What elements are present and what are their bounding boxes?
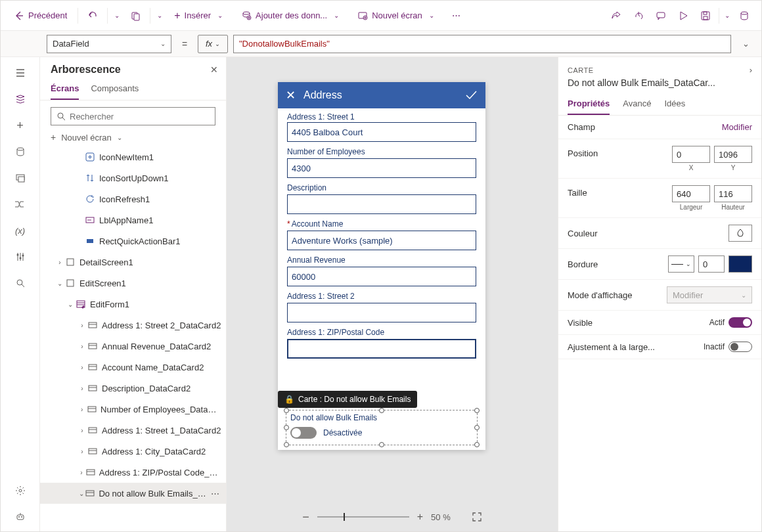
tree-item-label: EditForm1 — [90, 299, 129, 309]
search-input[interactable] — [70, 112, 210, 122]
tab-properties[interactable]: Propriétés — [568, 93, 610, 115]
tree-item[interactable]: ›Address 1: Street 2_DataCard2 — [40, 315, 226, 336]
undo-chevron[interactable]: ⌄ — [112, 9, 122, 22]
rev-input[interactable] — [287, 267, 476, 286]
border-color-picker[interactable] — [728, 255, 752, 273]
sort-icon — [85, 173, 95, 183]
tree-panel: Arborescence ✕ Écrans Composants + Nouve… — [40, 57, 227, 531]
tree-item[interactable]: ›Address 1: Street 1_DataCard2 — [40, 420, 226, 441]
zip-input[interactable] — [287, 339, 476, 359]
tree-search[interactable] — [51, 107, 215, 125]
acct-input[interactable] — [287, 231, 476, 250]
edit-field-link[interactable]: Modifier — [722, 122, 752, 132]
tree-item[interactable]: ›Address 1: City_DataCard2 — [40, 441, 226, 462]
tree-list: IconNewItem1IconSortUpDown1IconRefresh1L… — [40, 146, 226, 531]
tree-item[interactable]: IconNewItem1 — [40, 146, 226, 167]
plus-icon — [85, 152, 95, 162]
insert-rail-icon[interactable]: + — [9, 114, 32, 137]
street2-input[interactable] — [287, 303, 476, 322]
tree-item[interactable]: ›DetailScreen1 — [40, 252, 226, 273]
properties-panel: CARTE › Do not allow Bulk Emails_DataCar… — [558, 57, 761, 531]
street1-input[interactable] — [287, 122, 476, 142]
tree-item[interactable]: RectQuickActionBar1 — [40, 231, 226, 252]
checker-icon[interactable] — [628, 5, 649, 26]
card-tooltip: 🔒 Carte : Do not allow Bulk Emails — [278, 391, 417, 408]
svg-rect-9 — [704, 12, 707, 14]
data-rail-icon[interactable] — [9, 140, 32, 164]
publish-icon[interactable] — [734, 5, 755, 26]
pos-x-input[interactable]: 0 — [672, 146, 710, 163]
selected-card[interactable]: Do not allow Bulk Emails Désactivée — [286, 410, 478, 445]
play-icon[interactable] — [673, 5, 694, 26]
accept-icon[interactable] — [464, 89, 478, 102]
tree-item[interactable]: ›Number of Employees_DataCard2 — [40, 399, 226, 420]
tree-item[interactable]: ›Description_DataCard2 — [40, 378, 226, 399]
toggle-control[interactable] — [290, 427, 317, 439]
numemp-input[interactable] — [287, 158, 476, 178]
prop-row-position: Position 0X 1096Y — [558, 139, 761, 179]
insert-button[interactable]: + Insérer ⌄ — [168, 5, 232, 26]
save-chevron[interactable]: ⌄ — [722, 9, 732, 22]
equals-label: = — [177, 39, 192, 49]
border-width-input[interactable]: 0 — [698, 255, 725, 273]
more-icon[interactable]: ⋯ — [208, 489, 222, 499]
svg-rect-34 — [89, 428, 97, 433]
share-icon[interactable] — [606, 5, 627, 26]
tab-components[interactable]: Composants — [91, 78, 139, 100]
fx-button[interactable]: fx ⌄ — [198, 35, 228, 53]
pos-y-input[interactable]: 1096 — [714, 146, 752, 163]
settings-rail-icon[interactable] — [9, 479, 32, 502]
color-picker[interactable] — [728, 225, 752, 242]
tab-ideas[interactable]: Idées — [664, 93, 685, 115]
tree-item[interactable]: ›Annual Revenue_DataCard2 — [40, 336, 226, 357]
media-rail-icon[interactable] — [9, 166, 32, 190]
new-screen-button[interactable]: Nouvel écran ⌄ — [351, 5, 443, 26]
search-rail-icon[interactable] — [9, 271, 32, 295]
tree-item[interactable]: ›Account Name_DataCard2 — [40, 357, 226, 378]
fit-screen-icon[interactable] — [472, 512, 482, 522]
desc-input[interactable] — [287, 194, 476, 214]
paste-chevron[interactable]: ⌄ — [154, 9, 165, 22]
bot-rail-icon[interactable] — [9, 505, 32, 529]
border-style-select[interactable]: ⌄ — [668, 255, 694, 273]
chevron-right-icon[interactable]: › — [750, 65, 752, 75]
overflow-button[interactable]: ⋯ — [446, 5, 467, 26]
advanced-rail-icon[interactable] — [9, 245, 32, 269]
back-button[interactable]: Précédent — [7, 7, 74, 25]
tab-advanced[interactable]: Avancé — [623, 93, 651, 115]
paste-button[interactable] — [125, 5, 146, 26]
undo-button[interactable] — [82, 5, 103, 26]
cancel-icon[interactable]: ✕ — [286, 88, 296, 102]
close-icon[interactable]: ✕ — [210, 64, 218, 75]
width-input[interactable]: 640 — [672, 185, 710, 202]
tab-screens[interactable]: Écrans — [51, 78, 79, 100]
tree-item[interactable]: IconSortUpDown1 — [40, 167, 226, 188]
zoom-slider[interactable] — [317, 516, 409, 518]
add-data-button[interactable]: Ajouter des donn... ⌄ — [235, 5, 348, 26]
tree-item[interactable]: ⌄EditForm1 — [40, 294, 226, 315]
formula-input[interactable]: "DonotallowBulkEmails" — [233, 35, 731, 53]
expand-formula-button[interactable]: ⌄ — [736, 35, 755, 53]
property-select[interactable]: DataField ⌄ — [47, 35, 171, 53]
tree-item[interactable]: ⌄EditScreen1 — [40, 273, 226, 294]
visible-toggle[interactable] — [728, 317, 752, 328]
new-screen-link[interactable]: + Nouvel écran ⌄ — [40, 129, 226, 146]
fit-toggle[interactable] — [728, 342, 752, 352]
tree-view-icon[interactable] — [9, 87, 32, 111]
hamburger-icon[interactable] — [9, 61, 32, 85]
comments-icon[interactable] — [650, 5, 671, 26]
zoom-out-button[interactable]: − — [302, 510, 309, 524]
tree-item[interactable]: LblAppName1 — [40, 210, 226, 231]
tree-item[interactable]: IconRefresh1 — [40, 188, 226, 210]
tree-item[interactable]: ⌄Do not allow Bulk Emails_DataCard2⋯ — [40, 483, 226, 504]
card-icon — [87, 404, 97, 414]
save-icon[interactable] — [695, 5, 716, 26]
zoom-in-button[interactable]: + — [417, 511, 423, 523]
flows-rail-icon[interactable] — [9, 192, 32, 216]
variables-rail-icon[interactable]: (x) — [9, 219, 32, 242]
tree-item-label: IconSortUpDown1 — [99, 173, 169, 183]
tree-item[interactable]: ›Address 1: ZIP/Postal Code_DataCard2 — [40, 462, 226, 483]
tree-item-label: DetailScreen1 — [79, 257, 133, 267]
height-input[interactable]: 116 — [714, 185, 752, 202]
card-icon — [87, 425, 98, 435]
